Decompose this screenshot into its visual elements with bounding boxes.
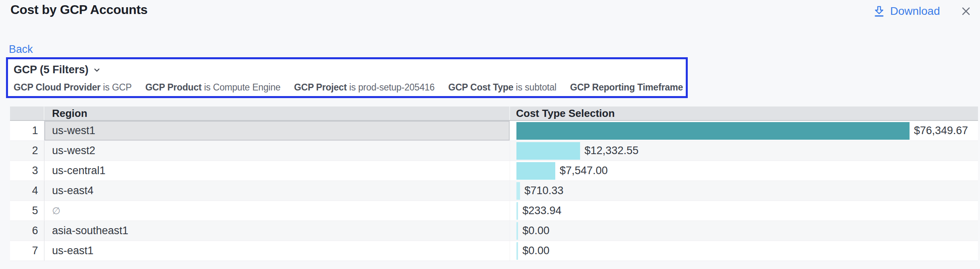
region-cell[interactable]: us-east1	[44, 241, 510, 261]
region-cell[interactable]: ∅	[44, 201, 510, 221]
cost-bar-cell[interactable]: $76,349.67	[510, 121, 978, 141]
cost-bar	[516, 162, 555, 180]
table-body: 1 us-west1 $76,349.67 2 us-west2 $12,332…	[10, 121, 978, 261]
close-icon	[960, 5, 972, 17]
cost-bar	[516, 242, 518, 260]
download-label: Download	[890, 5, 940, 18]
table-row: 4 us-east4 $710.33	[10, 181, 978, 201]
cost-bar-cell[interactable]: $710.33	[510, 181, 978, 201]
filter-condition: is prod-setup-205416	[347, 82, 435, 92]
cost-bar-cell[interactable]: $233.94	[510, 201, 978, 221]
cost-bar	[516, 222, 518, 240]
region-cell[interactable]: us-central1	[44, 161, 510, 181]
filter-field: GCP Reporting Timeframe	[570, 82, 683, 92]
cost-by-gcp-accounts-flyout: Cost by GCP Accounts Download Back GCP (…	[0, 0, 980, 269]
filter-field: GCP Cost Type	[448, 82, 514, 92]
cost-value-label: $76,349.67	[914, 124, 968, 137]
row-number-cell: 4	[10, 181, 44, 201]
filter-field: GCP Cloud Provider	[14, 82, 100, 92]
column-header-region[interactable]: Region	[44, 106, 510, 120]
close-button[interactable]	[960, 5, 972, 17]
chevron-down-icon	[92, 66, 101, 74]
page-title: Cost by GCP Accounts	[10, 2, 148, 17]
filter-group-toggle[interactable]: GCP (5 Filters)	[14, 64, 101, 76]
cost-table: Region Cost Type Selection 1 us-west1 $7…	[10, 106, 978, 261]
cost-bar-cell[interactable]: $12,332.55	[510, 141, 978, 161]
row-number-cell: 5	[10, 201, 44, 221]
filter-pill[interactable]: GCP Product is Compute Engine	[145, 82, 281, 93]
cost-value-label: $233.94	[522, 205, 562, 217]
row-number-cell: 3	[10, 161, 44, 181]
filter-group-label: GCP (5 Filters)	[14, 64, 88, 76]
cost-bar-cell[interactable]: $0.00	[510, 241, 978, 261]
filter-condition: is subtotal	[513, 82, 556, 92]
cost-value-label: $12,332.55	[584, 145, 639, 157]
filter-field: GCP Product	[145, 82, 202, 92]
cost-bar	[516, 202, 518, 220]
filter-pill[interactable]: GCP Cost Type is subtotal	[448, 82, 556, 93]
cost-value-label: $7,547.00	[560, 165, 608, 177]
filter-pill[interactable]: GCP Project is prod-setup-205416	[294, 82, 435, 93]
filter-condition: is Compute Engine	[201, 82, 280, 92]
table-row: 1 us-west1 $76,349.67	[10, 121, 978, 141]
flyout-actions: Download	[873, 5, 972, 18]
filter-pill[interactable]: GCP Reporting Timeframe is "-90"	[570, 82, 688, 93]
column-header-cost-type-selection[interactable]: Cost Type Selection	[510, 106, 978, 120]
filter-list: GCP Cloud Provider is GCP GCP Product is…	[14, 82, 680, 93]
download-icon	[873, 5, 885, 17]
cost-value-label: $710.33	[524, 185, 564, 197]
filter-condition: is "-90"	[683, 82, 688, 92]
table-row: 3 us-central1 $7,547.00	[10, 161, 978, 181]
region-cell[interactable]: asia-southeast1	[44, 221, 510, 241]
table-row: 7 us-east1 $0.00	[10, 241, 978, 261]
row-number-cell: 6	[10, 221, 44, 241]
row-number-cell: 7	[10, 241, 44, 261]
filter-pill[interactable]: GCP Cloud Provider is GCP	[14, 82, 132, 93]
region-cell[interactable]: us-west2	[44, 141, 510, 161]
table-row: 5 ∅ $233.94	[10, 201, 978, 221]
row-number-column-header	[10, 106, 44, 120]
cost-value-label: $0.00	[522, 225, 550, 237]
cost-bar	[516, 182, 520, 200]
region-cell[interactable]: us-west1	[44, 121, 510, 141]
cost-bar	[516, 142, 580, 160]
table-row: 6 asia-southeast1 $0.00	[10, 221, 978, 241]
table-row: 2 us-west2 $12,332.55	[10, 141, 978, 161]
cost-bar	[516, 122, 910, 140]
row-number-cell: 1	[10, 121, 44, 141]
filter-field: GCP Project	[294, 82, 347, 92]
back-link[interactable]: Back	[9, 43, 33, 56]
filter-condition: is GCP	[100, 82, 132, 92]
filters-panel: GCP (5 Filters) GCP Cloud Provider is GC…	[6, 57, 688, 98]
cost-bar-cell[interactable]: $0.00	[510, 221, 978, 241]
download-button[interactable]: Download	[873, 5, 940, 18]
cost-value-label: $0.00	[522, 245, 550, 257]
row-number-cell: 2	[10, 141, 44, 161]
region-cell[interactable]: us-east4	[44, 181, 510, 201]
table-header-row: Region Cost Type Selection	[10, 106, 978, 121]
cost-bar-cell[interactable]: $7,547.00	[510, 161, 978, 181]
